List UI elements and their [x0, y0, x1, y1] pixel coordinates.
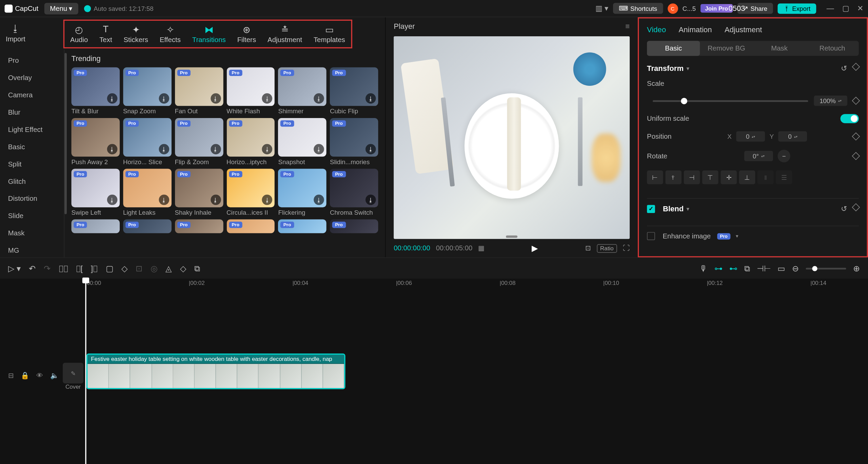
tab-filters[interactable]: ⊛Filters: [232, 21, 262, 47]
subtab-removebg[interactable]: Remove BG: [700, 41, 753, 56]
download-icon[interactable]: ⭳: [107, 195, 117, 205]
align-bottom-button[interactable]: ⊥: [739, 170, 755, 184]
cover-button[interactable]: ✎ Cover: [62, 363, 84, 390]
download-icon[interactable]: ⭳: [159, 195, 169, 205]
download-icon[interactable]: ⭳: [159, 93, 169, 104]
download-icon[interactable]: ⭳: [210, 144, 221, 155]
rotate-tool[interactable]: ◇: [180, 264, 186, 273]
transition-thumb[interactable]: Pro ⭳: [278, 118, 327, 157]
tab-templates[interactable]: ▭Templates: [308, 21, 351, 47]
slider-thumb[interactable]: [681, 98, 687, 104]
inspector-tab-adjustment[interactable]: Adjustment: [725, 25, 762, 34]
join-pro-button[interactable]: Join Pro: [701, 4, 733, 13]
transition-thumb[interactable]: Pro ⭳: [278, 169, 327, 208]
download-icon[interactable]: ⭳: [262, 195, 273, 205]
sidebar-scrollbar[interactable]: [64, 53, 67, 214]
marker-tool[interactable]: ◇: [121, 264, 128, 273]
spinner-icon[interactable]: ▴▾: [838, 99, 842, 102]
timeline-ruler[interactable]: |00:00|00:02|00:04|00:06|00:08|00:10|00:…: [0, 279, 868, 290]
uniform-scale-toggle[interactable]: [841, 114, 859, 123]
download-icon[interactable]: ⭳: [314, 195, 324, 205]
transition-item[interactable]: Pro ⭳ Horizo...iptych: [226, 118, 275, 165]
mirror-tool[interactable]: ◬: [165, 264, 172, 273]
shortcuts-button[interactable]: ⌨ Shortcuts: [613, 3, 663, 14]
mic-icon[interactable]: 🎙: [699, 264, 708, 273]
transition-thumb[interactable]: Pro ⭳: [278, 67, 327, 106]
transition-item[interactable]: Pro ⭳ Flip & Zoom: [175, 118, 223, 165]
transition-thumb[interactable]: Pro: [226, 219, 275, 233]
transition-thumb[interactable]: Pro: [175, 219, 223, 233]
lock-icon[interactable]: 🔒: [21, 371, 29, 380]
magnet-icon[interactable]: ⊷: [729, 264, 737, 273]
transition-item[interactable]: Pro ⭳ White Flash: [226, 67, 275, 115]
transition-item[interactable]: Pro: [123, 219, 171, 233]
magnet-main-icon[interactable]: ⊶: [714, 264, 723, 273]
transition-thumb[interactable]: Pro ⭳: [226, 118, 275, 157]
transition-item[interactable]: Pro ⭳ Shimmer: [278, 67, 327, 115]
link-icon[interactable]: ⧉: [744, 264, 750, 273]
maximize-icon[interactable]: ▢: [842, 4, 849, 13]
resize-handle-icon[interactable]: [506, 235, 517, 238]
download-icon[interactable]: ⭳: [366, 195, 376, 205]
sidebar-item-glitch[interactable]: Glitch: [0, 173, 64, 190]
scale-slider[interactable]: [653, 100, 808, 102]
avatar[interactable]: C: [668, 3, 678, 14]
sidebar-item-mask[interactable]: Mask: [0, 225, 64, 242]
transition-item[interactable]: Pro ⭳ Chroma Switch: [330, 169, 378, 216]
reset-icon[interactable]: ↺: [841, 205, 847, 213]
player-menu-icon[interactable]: ≡: [625, 22, 630, 31]
visibility-icon[interactable]: 👁: [36, 371, 43, 380]
download-icon[interactable]: ⭳: [314, 144, 324, 155]
transition-item[interactable]: Pro: [278, 219, 327, 233]
transition-item[interactable]: Pro ⭳ Light Leaks: [123, 169, 171, 216]
snap-icon[interactable]: ⊣⊢: [757, 264, 771, 273]
sidebar-item-camera[interactable]: Camera: [0, 86, 64, 104]
keyframe-icon[interactable]: [852, 97, 860, 105]
quality-icon[interactable]: ▦: [478, 244, 485, 252]
transition-item[interactable]: Pro ⭳ Swipe Left: [72, 169, 120, 216]
timeline-clip[interactable]: Festive easter holiday table setting on …: [86, 353, 346, 389]
subtab-mask[interactable]: Mask: [753, 41, 806, 56]
sidebar-item-pro[interactable]: Pro: [0, 52, 64, 69]
keyframe-icon[interactable]: [852, 203, 860, 211]
mirror-button[interactable]: −: [777, 150, 790, 162]
download-icon[interactable]: ⭳: [366, 93, 376, 104]
transition-item[interactable]: Pro: [175, 219, 223, 233]
transition-item[interactable]: Pro: [330, 219, 378, 233]
preview-icon[interactable]: ▭: [777, 264, 785, 273]
chevron-down-icon[interactable]: ▾: [736, 233, 738, 239]
align-right-button[interactable]: ⊣: [684, 170, 700, 184]
zoom-out-icon[interactable]: ⊖: [792, 264, 799, 273]
download-icon[interactable]: ⭳: [107, 144, 117, 155]
sidebar-item-basic[interactable]: Basic: [0, 138, 64, 155]
mute-icon[interactable]: 🔈: [50, 371, 59, 380]
tab-stickers[interactable]: ✦Stickers: [118, 21, 154, 47]
align-top-button[interactable]: ⊤: [702, 170, 718, 184]
sidebar-item-distortion[interactable]: Distortion: [0, 190, 64, 207]
transition-thumb[interactable]: Pro ⭳: [72, 67, 120, 106]
transition-item[interactable]: Pro ⭳ Slidin...mories: [330, 118, 378, 165]
inspector-tab-animation[interactable]: Animation: [679, 25, 712, 34]
tab-import[interactable]: ⭳ Import: [0, 20, 31, 46]
download-icon[interactable]: ⭳: [159, 144, 169, 155]
scan-icon[interactable]: ⊡: [585, 244, 591, 252]
spinner-icon[interactable]: ▴▾: [761, 154, 765, 158]
position-y-input[interactable]: 0▴▾: [778, 131, 807, 142]
layout-icon[interactable]: ▥ ▾: [595, 4, 608, 13]
sidebar-item-slide[interactable]: Slide: [0, 207, 64, 225]
position-x-input[interactable]: 0▴▾: [736, 131, 765, 142]
inspector-tab-video[interactable]: Video: [647, 25, 666, 34]
ratio-button[interactable]: Ratio: [597, 244, 617, 252]
keyframe-icon[interactable]: [852, 63, 860, 71]
transition-item[interactable]: Pro ⭳ Shaky Inhale: [175, 169, 223, 216]
transition-item[interactable]: Pro ⭳ Tilt & Blur: [72, 67, 120, 115]
download-icon[interactable]: ⭳: [210, 195, 221, 205]
align-vcenter-button[interactable]: ✛: [721, 170, 737, 184]
undo-button[interactable]: ↶: [29, 264, 36, 273]
reset-icon[interactable]: ↺: [841, 64, 847, 72]
scale-value[interactable]: 100%▴▾: [814, 96, 847, 106]
transition-item[interactable]: Pro ⭳ Snapshot: [278, 118, 327, 165]
transition-thumb[interactable]: Pro ⭳: [330, 67, 378, 106]
fullscreen-icon[interactable]: ⛶: [623, 244, 630, 252]
transition-item[interactable]: Pro ⭳ Push Away 2: [72, 118, 120, 165]
